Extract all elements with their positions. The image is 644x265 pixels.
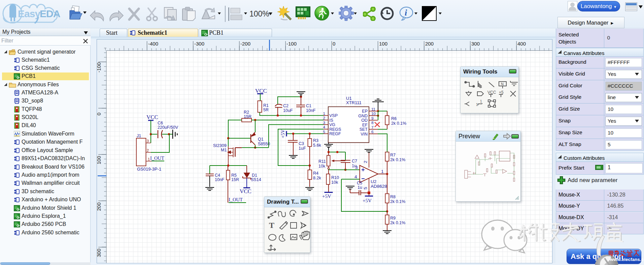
svg-text:T: T	[269, 221, 274, 230]
svg-text:OD: OD	[361, 118, 368, 123]
svg-text:R3: R3	[313, 138, 318, 143]
svg-text:EP: EP	[362, 109, 368, 114]
svg-text:R9: R9	[390, 216, 396, 220]
svg-text:10uF: 10uF	[283, 108, 293, 113]
svg-text:200: 200	[97, 202, 102, 211]
svg-text:2k 0.1%: 2k 0.1%	[390, 220, 405, 225]
svg-text:IS: IS	[329, 118, 333, 123]
svg-text:VG: VG	[329, 122, 335, 127]
svg-text:2k 0.1%: 2k 0.1%	[390, 199, 405, 204]
svg-text:4: 4	[354, 174, 357, 179]
svg-text:220uF/50V: 220uF/50V	[158, 125, 178, 130]
svg-text:R11: R11	[318, 159, 326, 164]
svg-text:R8: R8	[390, 195, 396, 199]
svg-text:+5V: +5V	[322, 194, 331, 199]
svg-text:AD8628: AD8628	[371, 184, 387, 189]
svg-text:2k 0.1%: 2k 0.1%	[390, 157, 405, 162]
svg-text:VCC: VCC	[240, 188, 251, 195]
svg-text:-100: -100	[286, 41, 297, 47]
svg-text:5.6k: 5.6k	[313, 143, 321, 148]
svg-text:5: 5	[363, 187, 368, 189]
svg-text:C5: C5	[357, 181, 362, 185]
svg-text:-400: -400	[148, 41, 158, 47]
svg-text:C1: C1	[306, 104, 311, 108]
svg-text:3: 3	[323, 121, 325, 125]
svg-text:VIN: VIN	[361, 132, 368, 137]
svg-text:SI2309: SI2309	[213, 143, 227, 148]
svg-text:-100: -100	[97, 62, 102, 72]
svg-text:N: N	[501, 82, 504, 86]
svg-text:XTR111: XTR111	[346, 100, 362, 105]
svg-text:SS14: SS14	[251, 177, 261, 182]
svg-text:9: 9	[371, 116, 373, 120]
svg-text:3: 3	[147, 139, 149, 143]
svg-text:VCC: VCC	[487, 90, 496, 95]
svg-text:+5: +5	[499, 90, 504, 95]
svg-text:VCC: VCC	[255, 88, 267, 94]
svg-text:2: 2	[363, 160, 368, 163]
svg-text:200: 200	[425, 41, 434, 47]
svg-text:10nF: 10nF	[306, 108, 316, 113]
svg-text:D1: D1	[252, 173, 257, 178]
svg-text:C6: C6	[158, 121, 163, 125]
svg-text:GS019-3P-1: GS019-3P-1	[137, 167, 161, 172]
svg-text:i: i	[405, 8, 407, 18]
svg-text:10nF: 10nF	[215, 177, 225, 182]
svg-text:8: 8	[371, 121, 373, 125]
svg-text:5: 5	[323, 130, 325, 134]
svg-text:R2: R2	[244, 110, 249, 115]
svg-text:4: 4	[323, 125, 326, 129]
svg-text:R7: R7	[390, 153, 396, 157]
svg-text:Q1: Q1	[258, 137, 264, 142]
svg-text:+5V: +5V	[280, 129, 285, 138]
svg-text:R5: R5	[231, 173, 237, 178]
svg-text:I_OUT: I_OUT	[150, 155, 164, 161]
svg-text:+5V: +5V	[363, 198, 372, 203]
svg-text:J1: J1	[137, 134, 141, 138]
svg-text:8.2k: 8.2k	[313, 176, 321, 180]
svg-text:1: 1	[476, 103, 478, 107]
svg-text:C2: C2	[283, 104, 289, 108]
svg-text:1: 1	[480, 99, 482, 103]
svg-text:400: 400	[517, 41, 526, 47]
svg-text:R10: R10	[331, 175, 339, 180]
svg-text:EF: EF	[362, 123, 368, 127]
svg-text:15R: 15R	[231, 177, 239, 182]
svg-text:Easy: Easy	[18, 8, 40, 19]
svg-text:100: 100	[379, 41, 387, 47]
svg-text:0: 0	[333, 41, 335, 47]
svg-text:R1: R1	[263, 103, 269, 108]
svg-text:C3: C3	[299, 141, 304, 146]
svg-text:100: 100	[97, 156, 102, 164]
svg-text:M1: M1	[221, 148, 227, 152]
svg-text:5R: 5R	[263, 108, 269, 112]
svg-text:R4: R4	[313, 171, 318, 176]
svg-text:1: 1	[323, 112, 325, 116]
svg-text:3: 3	[355, 165, 358, 170]
svg-text:REGS: REGS	[329, 127, 341, 132]
svg-text:GND: GND	[358, 114, 368, 118]
svg-text:1: 1	[381, 169, 384, 174]
svg-text:6: 6	[371, 130, 373, 134]
svg-text:U2: U2	[371, 179, 376, 184]
svg-text:10: 10	[371, 112, 376, 116]
svg-text:1u: 1u	[358, 185, 362, 190]
svg-text:2: 2	[147, 148, 149, 152]
svg-text:300: 300	[471, 41, 480, 47]
svg-text:SET: SET	[360, 127, 368, 132]
svg-text:VSP: VSP	[329, 113, 338, 118]
svg-text:I_OUT: I_OUT	[229, 197, 243, 202]
svg-text:1: 1	[148, 157, 150, 161]
svg-text:R6: R6	[391, 116, 397, 121]
svg-text:300: 300	[97, 248, 102, 257]
svg-text:-200: -200	[240, 41, 250, 47]
svg-text:11: 11	[371, 107, 375, 111]
svg-text:0: 0	[97, 113, 102, 115]
svg-text:S8550: S8550	[258, 142, 270, 146]
svg-text:10k: 10k	[331, 180, 338, 185]
svg-text:EDA: EDA	[40, 8, 60, 19]
svg-text:2k 0.1%: 2k 0.1%	[391, 121, 406, 126]
svg-text:10k: 10k	[318, 164, 326, 169]
svg-text:-300: -300	[194, 41, 204, 47]
svg-text:1uF: 1uF	[299, 146, 306, 151]
